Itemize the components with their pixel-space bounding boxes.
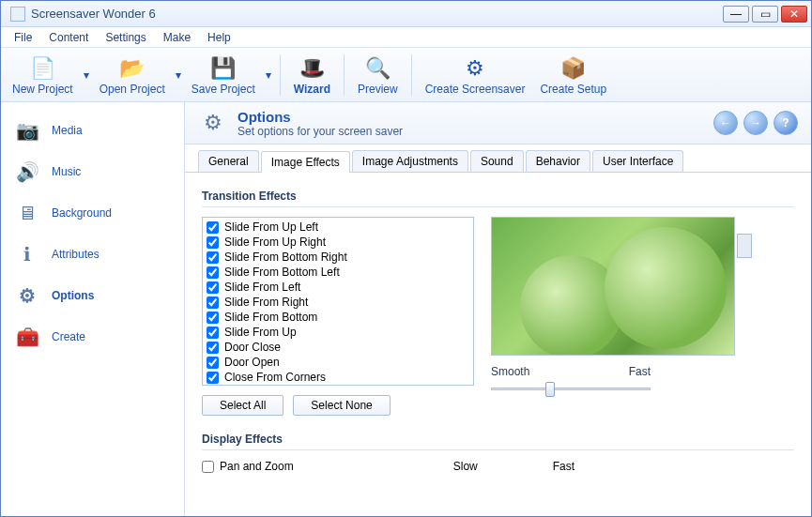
- effect-item[interactable]: Slide From Up Left: [205, 220, 471, 235]
- slider-thumb[interactable]: [545, 382, 555, 397]
- toolbar: 📄New Project▾📂Open Project▾💾Save Project…: [1, 48, 811, 102]
- help-button[interactable]: ?: [774, 111, 798, 135]
- attributes-icon: ℹ: [14, 241, 40, 267]
- open-project-icon: 📂: [118, 54, 146, 83]
- menu-help[interactable]: Help: [200, 29, 238, 46]
- sidebar-item-label: Options: [52, 289, 94, 302]
- page-title: Options: [237, 109, 403, 125]
- toolbar-open-project[interactable]: 📂Open Project: [92, 53, 173, 98]
- options-icon: ⚙: [14, 282, 40, 309]
- menu-file[interactable]: File: [7, 29, 39, 46]
- wizard-icon: 🎩: [298, 54, 326, 83]
- toolbar-create-screensaver[interactable]: ⚙Create Screensaver: [418, 53, 533, 98]
- toolbar-open-project-dropdown[interactable]: ▾: [173, 51, 184, 99]
- effect-checkbox[interactable]: [207, 357, 219, 369]
- effect-item[interactable]: Slide From Up Right: [205, 235, 471, 250]
- window-title: Screensaver Wonder 6: [31, 7, 723, 21]
- toolbar-save-project[interactable]: 💾Save Project: [184, 53, 263, 98]
- page-subtitle: Set options for your screen saver: [237, 125, 403, 138]
- display-slow-label: Slow: [453, 460, 478, 473]
- minimize-button[interactable]: —: [723, 6, 749, 23]
- toolbar-preview[interactable]: 🔍Preview: [350, 53, 406, 98]
- slider-label-fast: Fast: [629, 365, 651, 378]
- sidebar-item-background[interactable]: 🖥Background: [1, 192, 184, 234]
- tab-behavior[interactable]: Behavior: [526, 150, 590, 172]
- menu-make[interactable]: Make: [156, 29, 198, 46]
- back-button[interactable]: ←: [713, 111, 738, 135]
- tab-user-interface[interactable]: User Interface: [592, 150, 683, 172]
- sidebar-item-label: Music: [52, 165, 81, 178]
- sidebar-item-music[interactable]: 🔊Music: [1, 151, 184, 192]
- effect-item[interactable]: Slide From Bottom Right: [205, 250, 471, 265]
- pan-zoom-checkbox[interactable]: Pan and Zoom: [202, 460, 294, 473]
- sidebar-item-create[interactable]: 🧰Create: [1, 316, 184, 357]
- effect-checkbox[interactable]: [207, 236, 219, 249]
- toolbar-save-project-dropdown[interactable]: ▾: [263, 51, 274, 99]
- effect-checkbox[interactable]: [207, 372, 219, 384]
- toolbar-create-setup[interactable]: 📦Create Setup: [532, 53, 614, 98]
- effect-checkbox[interactable]: [207, 342, 219, 354]
- effect-item[interactable]: Close From Corners: [205, 370, 471, 385]
- app-icon: [10, 7, 25, 22]
- preview-icon: 🔍: [363, 54, 391, 83]
- create-icon: 🧰: [14, 324, 40, 350]
- effect-checkbox[interactable]: [207, 281, 219, 294]
- background-icon: 🖥: [14, 200, 40, 226]
- maximize-button[interactable]: ▭: [752, 6, 778, 23]
- tab-sound[interactable]: Sound: [470, 150, 524, 172]
- slider-label-smooth: Smooth: [491, 365, 529, 378]
- select-none-button[interactable]: Select None: [293, 395, 390, 416]
- effect-checkbox[interactable]: [207, 266, 219, 279]
- sidebar: 📷Media🔊Music🖥BackgroundℹAttributes⚙Optio…: [1, 102, 185, 516]
- sidebar-item-label: Background: [52, 206, 112, 220]
- effect-item[interactable]: Slide From Bottom Left: [205, 265, 471, 280]
- tab-image-adjustments[interactable]: Image Adjustments: [352, 150, 468, 172]
- effect-item[interactable]: Slide From Right: [205, 295, 471, 310]
- effect-checkbox[interactable]: [207, 327, 219, 339]
- effect-checkbox[interactable]: [207, 251, 219, 264]
- menu-content[interactable]: Content: [41, 29, 96, 46]
- sidebar-item-label: Create: [52, 330, 85, 343]
- effect-item[interactable]: Slide From Left: [205, 280, 471, 295]
- pan-zoom-input[interactable]: [202, 461, 214, 473]
- effect-preview: [491, 217, 735, 356]
- menu-settings[interactable]: Settings: [98, 29, 153, 46]
- save-project-icon: 💾: [209, 54, 237, 83]
- new-project-icon: 📄: [28, 54, 56, 83]
- effect-item[interactable]: Door Close: [205, 340, 471, 355]
- toolbar-new-project-dropdown[interactable]: ▾: [81, 51, 92, 99]
- toolbar-wizard[interactable]: 🎩Wizard: [286, 53, 338, 98]
- sidebar-item-label: Attributes: [52, 248, 100, 261]
- sidebar-item-label: Media: [52, 124, 83, 137]
- effects-listbox[interactable]: Slide From Up LeftSlide From Up RightSli…: [202, 217, 474, 386]
- sidebar-item-attributes[interactable]: ℹAttributes: [1, 234, 184, 275]
- sidebar-item-media[interactable]: 📷Media: [1, 110, 184, 151]
- effect-item[interactable]: Slide From Bottom: [205, 310, 471, 325]
- create-screensaver-icon: ⚙: [461, 54, 489, 83]
- effect-checkbox[interactable]: [207, 297, 219, 309]
- menu-bar: FileContentSettingsMakeHelp: [1, 27, 811, 48]
- options-icon: ⚙: [198, 108, 228, 138]
- sidebar-item-options[interactable]: ⚙Options: [1, 275, 184, 316]
- toolbar-new-project[interactable]: 📄New Project: [5, 53, 81, 98]
- display-fast-label: Fast: [553, 460, 575, 473]
- transition-effects-heading: Transition Effects: [202, 190, 794, 207]
- effect-item[interactable]: Door Open: [205, 355, 471, 370]
- display-effects-heading: Display Effects: [202, 433, 794, 450]
- tabs: GeneralImage EffectsImage AdjustmentsSou…: [185, 144, 811, 173]
- preview-scrollbar[interactable]: [737, 234, 752, 258]
- tab-general[interactable]: General: [198, 150, 259, 172]
- media-icon: 📷: [14, 117, 40, 144]
- effect-checkbox[interactable]: [207, 221, 219, 234]
- forward-button[interactable]: →: [743, 111, 768, 135]
- effect-item[interactable]: Slide From Up: [205, 325, 471, 340]
- select-all-button[interactable]: Select All: [202, 395, 283, 416]
- effect-checkbox[interactable]: [207, 312, 219, 324]
- close-button[interactable]: ✕: [781, 6, 807, 23]
- tab-image-effects[interactable]: Image Effects: [261, 151, 350, 173]
- create-setup-icon: 📦: [559, 54, 588, 83]
- music-icon: 🔊: [14, 159, 40, 185]
- speed-slider[interactable]: [491, 380, 651, 397]
